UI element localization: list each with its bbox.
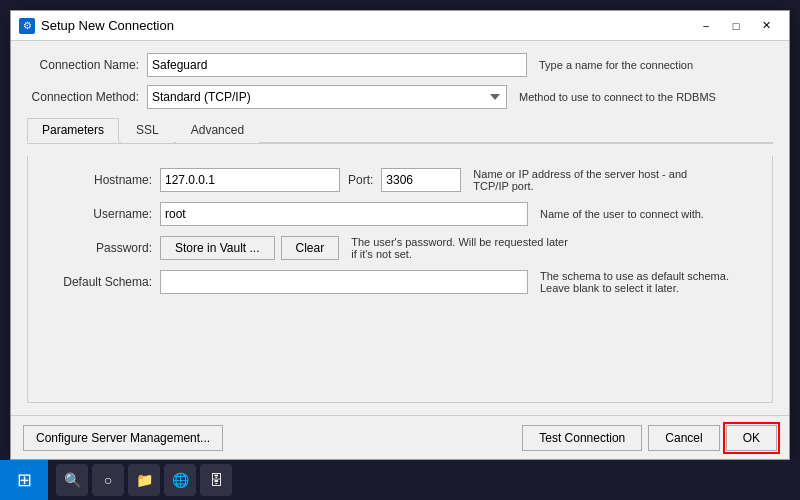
port-label: Port: <box>348 173 373 187</box>
window-controls: − □ ✕ <box>691 16 781 36</box>
footer-left: Configure Server Management... <box>23 425 522 451</box>
taskbar-icons: 🔍 ○ 📁 🌐 🗄 <box>48 464 240 496</box>
dialog-body: Connection Name: Type a name for the con… <box>11 41 789 415</box>
username-hint: Name of the user to connect with. <box>540 208 760 220</box>
cancel-button[interactable]: Cancel <box>648 425 719 451</box>
store-in-vault-button[interactable]: Store in Vault ... <box>160 236 275 260</box>
connection-method-select[interactable]: Standard (TCP/IP) <box>147 85 507 109</box>
connection-name-hint: Type a name for the connection <box>539 59 759 71</box>
connection-method-row: Connection Method: Standard (TCP/IP) Met… <box>27 85 773 109</box>
minimize-button[interactable]: − <box>691 16 721 36</box>
ok-button[interactable]: OK <box>726 425 777 451</box>
hostname-hint: Name or IP address of the server host - … <box>473 168 693 192</box>
password-hint: The user's password. Will be requested l… <box>351 236 571 260</box>
username-input[interactable] <box>160 202 528 226</box>
port-input[interactable] <box>381 168 461 192</box>
start-button[interactable]: ⊞ <box>0 460 48 500</box>
tab-parameters[interactable]: Parameters <box>27 118 119 143</box>
default-schema-input[interactable] <box>160 270 528 294</box>
connection-name-label: Connection Name: <box>27 58 147 72</box>
setup-new-connection-dialog: ⚙ Setup New Connection − □ ✕ Connection … <box>10 10 790 460</box>
configure-server-management-button[interactable]: Configure Server Management... <box>23 425 223 451</box>
title-bar: ⚙ Setup New Connection − □ ✕ <box>11 11 789 41</box>
parameters-content: Hostname: Port: Name or IP address of th… <box>40 168 760 294</box>
close-button[interactable]: ✕ <box>751 16 781 36</box>
dialog-icon: ⚙ <box>19 18 35 34</box>
tab-ssl[interactable]: SSL <box>121 118 174 143</box>
tab-bar: Parameters SSL Advanced <box>27 117 773 144</box>
connection-method-hint: Method to use to connect to the RDBMS <box>519 91 739 103</box>
taskbar-icon-search[interactable]: 🔍 <box>56 464 88 496</box>
taskbar-icon-cortana[interactable]: ○ <box>92 464 124 496</box>
password-label: Password: <box>40 241 160 255</box>
test-connection-button[interactable]: Test Connection <box>522 425 642 451</box>
connection-method-label: Connection Method: <box>27 90 147 104</box>
username-label: Username: <box>40 207 160 221</box>
default-schema-label: Default Schema: <box>40 275 160 289</box>
connection-name-input[interactable] <box>147 53 527 77</box>
hostname-label: Hostname: <box>40 173 160 187</box>
dialog-title: Setup New Connection <box>41 18 691 33</box>
default-schema-hint: The schema to use as default schema. Lea… <box>540 270 760 294</box>
maximize-button[interactable]: □ <box>721 16 751 36</box>
username-row: Username: Name of the user to connect wi… <box>40 202 760 226</box>
hostname-input[interactable] <box>160 168 340 192</box>
hostname-row: Hostname: Port: Name or IP address of th… <box>40 168 760 192</box>
taskbar-icon-browser[interactable]: 🌐 <box>164 464 196 496</box>
default-schema-row: Default Schema: The schema to use as def… <box>40 270 760 294</box>
connection-name-row: Connection Name: Type a name for the con… <box>27 53 773 77</box>
clear-button[interactable]: Clear <box>281 236 340 260</box>
tab-advanced[interactable]: Advanced <box>176 118 259 143</box>
taskbar: ⊞ 🔍 ○ 📁 🌐 🗄 <box>0 460 800 500</box>
tab-panel-parameters: Hostname: Port: Name or IP address of th… <box>27 156 773 403</box>
dialog-footer: Configure Server Management... Test Conn… <box>11 415 789 459</box>
taskbar-icon-files[interactable]: 📁 <box>128 464 160 496</box>
password-row: Password: Store in Vault ... Clear The u… <box>40 236 760 260</box>
footer-right: Test Connection Cancel OK <box>522 425 777 451</box>
taskbar-icon-db[interactable]: 🗄 <box>200 464 232 496</box>
